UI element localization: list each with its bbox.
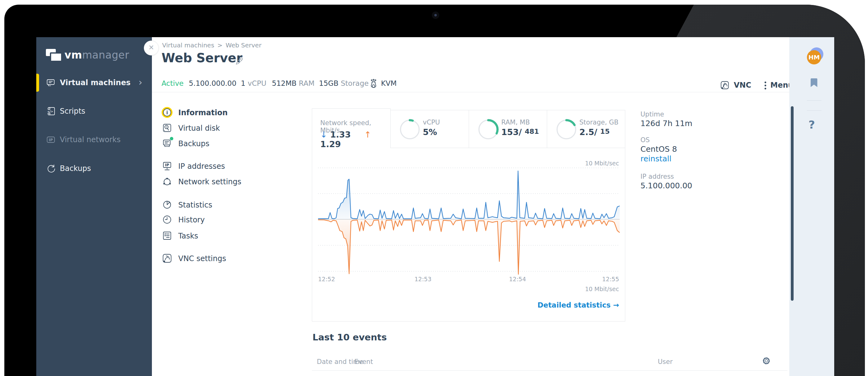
nav-item-label: Backups — [178, 139, 209, 148]
nav-item-network-settings[interactable]: Network settings — [161, 175, 298, 189]
reinstall-link[interactable]: reinstall — [641, 154, 672, 163]
detailed-statistics-link[interactable]: Detailed statistics → — [537, 301, 619, 309]
y-axis-label-bottom: 10 Mbit/sec — [585, 285, 619, 293]
nav-item-virtual-disk[interactable]: Virtual disk — [161, 122, 298, 135]
header-divider — [152, 92, 789, 92]
tab-ram[interactable]: RAM, MB 153/ 481 — [469, 110, 547, 148]
webcam-dot — [432, 11, 439, 19]
sidebar-item-virtual-networks[interactable]: IP Virtual networks — [36, 131, 152, 149]
breadcrumb-separator: > — [217, 41, 223, 49]
nav-item-label: Virtual disk — [178, 124, 220, 133]
edit-title-icon[interactable] — [235, 56, 244, 66]
app-screen: vmmanager Virtual machines › </> Scripts… — [36, 37, 834, 376]
history-icon — [161, 214, 173, 226]
logo-text-light: manager — [82, 49, 129, 61]
panel-divider — [807, 100, 822, 101]
scrollbar-thumb[interactable] — [791, 106, 794, 301]
virtual-networks-icon: IP — [45, 134, 56, 145]
ip-address-label: IP address — [641, 173, 674, 180]
user-panel: HM ? — [789, 37, 834, 376]
network-chart-panel: 10 Mbit/sec — [312, 148, 625, 321]
table-settings-gear-icon[interactable] — [762, 356, 771, 366]
x-tick: 12:54 — [509, 276, 526, 282]
vnc-button[interactable]: VNC — [734, 81, 751, 90]
sidebar-item-backups[interactable]: Backups — [36, 160, 152, 177]
statistics-icon — [161, 199, 173, 211]
vcpu-gauge — [398, 118, 422, 141]
sidebar-item-scripts[interactable]: </> Scripts — [36, 102, 152, 120]
nav-item-information[interactable]: i Information — [161, 106, 298, 119]
breadcrumb-parent[interactable]: Virtual machines — [162, 41, 214, 49]
nav-item-statistics[interactable]: Statistics — [161, 198, 298, 212]
ip-addresses-icon: IP — [161, 160, 173, 172]
avatar[interactable]: HM — [807, 50, 821, 64]
svg-text:</>: </> — [48, 110, 53, 113]
upload-arrow-icon: ↑ — [364, 130, 371, 139]
sidebar-item-label: Scripts — [60, 107, 85, 115]
tasks-icon — [161, 230, 173, 242]
tab-storage[interactable]: Storage, GB 2.5/ 15 — [547, 110, 625, 148]
scripts-icon: </> — [45, 106, 56, 116]
x-tick: 12:52 — [318, 276, 335, 282]
network-speed-chart — [318, 148, 620, 276]
tab-network-speed[interactable]: Network speed, Mbit/s ↓ 1.33 ↑ 1.29 — [312, 108, 391, 148]
close-button[interactable]: ✕ — [144, 41, 159, 56]
x-tick: 12:53 — [414, 276, 432, 282]
nav-item-tasks[interactable]: Tasks — [161, 229, 298, 243]
backup-badge — [170, 137, 173, 140]
virtual-machines-icon — [45, 77, 56, 88]
statistics-card: Network speed, Mbit/s ↓ 1.33 ↑ 1.29 vCPU — [312, 108, 625, 321]
vnc-settings-icon — [161, 252, 173, 264]
events-col-user: User — [658, 358, 673, 366]
nav-item-label: Network settings — [178, 177, 242, 186]
tab-label: Storage, GB — [579, 118, 618, 126]
storage-value: 2.5/ 15 — [579, 127, 618, 137]
os-value: CentOS 8 — [641, 145, 677, 153]
nav-item-label: VNC settings — [178, 254, 226, 263]
vnc-icon — [719, 80, 730, 91]
page-title: Web Server — [161, 51, 242, 65]
metric-tabs-row: vCPU 5% RAM, MB 153/ 481 — [391, 110, 625, 148]
logo-text-bold: vm — [64, 49, 82, 61]
sidebar-item-label: Virtual networks — [60, 135, 121, 144]
sidebar-item-virtual-machines[interactable]: Virtual machines › — [36, 74, 152, 92]
nav-item-ip-addresses[interactable]: IP IP addresses — [161, 160, 298, 173]
svg-text:i: i — [166, 110, 168, 115]
nav-item-history[interactable]: History — [161, 213, 298, 227]
information-icon: i — [161, 107, 173, 118]
backups-icon — [45, 163, 56, 174]
nav-item-label: History — [178, 215, 205, 224]
nav-item-vnc-settings[interactable]: VNC settings — [161, 252, 298, 266]
breadcrumb: Virtual machines>Web Server — [162, 41, 261, 49]
nav-item-label: IP addresses — [178, 162, 225, 171]
breadcrumb-current: Web Server — [226, 41, 261, 49]
tab-vcpu[interactable]: vCPU 5% — [391, 110, 469, 148]
help-button[interactable]: ? — [789, 118, 834, 131]
tab-label: vCPU — [423, 118, 440, 126]
nav-item-backups[interactable]: Backups — [161, 137, 298, 150]
status-ip: 5.100.000.00 — [189, 79, 237, 87]
os-label: OS — [641, 136, 650, 144]
vcpu-value: 5% — [423, 127, 440, 137]
download-arrow-icon: ↓ — [320, 130, 328, 139]
status-storage: 15GB Storage — [319, 79, 369, 87]
kvm-penguin-icon — [369, 79, 378, 89]
backups-nav-icon — [161, 138, 173, 149]
uptime-label: Uptime — [641, 110, 664, 118]
events-header-divider — [312, 370, 787, 371]
ram-value: 153/ 481 — [501, 127, 539, 137]
storage-gauge — [555, 118, 578, 141]
x-tick: 12:55 — [602, 276, 619, 282]
tab-label: RAM, MB — [501, 118, 539, 126]
sidebar: vmmanager Virtual machines › </> Scripts… — [36, 37, 152, 376]
bookmark-icon[interactable] — [810, 78, 818, 88]
nav-item-label: Information — [178, 108, 227, 117]
status-ram: 512MB RAM — [272, 79, 314, 87]
chevron-right-icon: › — [138, 77, 142, 88]
nav-item-label: Statistics — [178, 201, 212, 209]
status-badge: Active — [161, 79, 184, 87]
svg-text:IP: IP — [49, 138, 53, 142]
network-speed-values: ↓ 1.33 ↑ 1.29 — [320, 130, 385, 149]
events-title: Last 10 events — [312, 332, 387, 343]
uptime-value: 126d 7h 11m — [641, 119, 692, 128]
